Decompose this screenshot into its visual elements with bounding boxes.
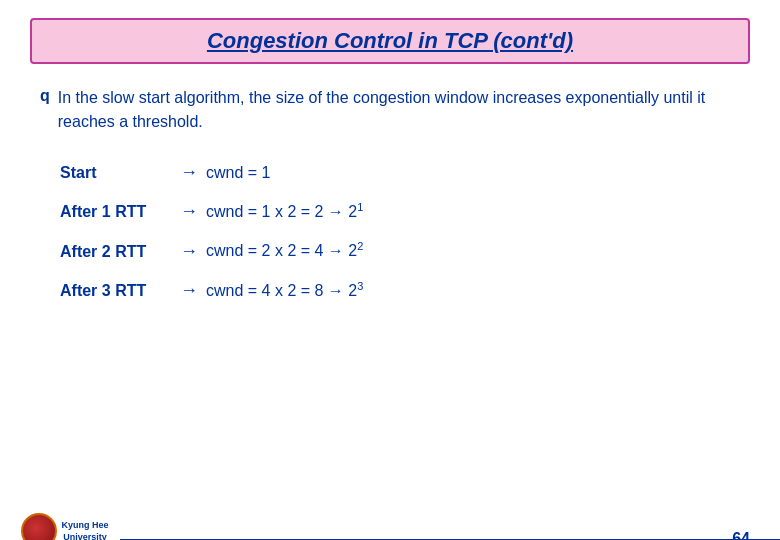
row-value-rtt2: cwnd = 2 x 2 = 4 → 22: [206, 240, 363, 260]
table-row: After 2 RTT → cwnd = 2 x 2 = 4 → 22: [60, 240, 720, 261]
arrow-icon-rtt1: →: [180, 201, 198, 222]
title-bar: Congestion Control in TCP (cont'd): [30, 18, 750, 64]
row-value-rtt3: cwnd = 4 x 2 = 8 → 23: [206, 280, 363, 300]
university-name-line2: University: [61, 532, 108, 540]
content-area: q In the slow start algorithm, the size …: [0, 64, 780, 301]
arrow-icon-rtt3: →: [180, 280, 198, 301]
table-row: Start → cwnd = 1: [60, 162, 720, 183]
table-area: Start → cwnd = 1 After 1 RTT → cwnd = 1 …: [40, 162, 740, 301]
table-row: After 3 RTT → cwnd = 4 x 2 = 8 → 23: [60, 280, 720, 301]
university-logo: Kyung Hee University: [0, 513, 120, 540]
row-label-rtt3: After 3 RTT: [60, 282, 180, 300]
row-value-start: cwnd = 1: [206, 164, 270, 182]
row-label-rtt1: After 1 RTT: [60, 203, 180, 221]
university-name-line1: Kyung Hee: [61, 520, 108, 532]
row-label-start: Start: [60, 164, 180, 182]
table-row: After 1 RTT → cwnd = 1 x 2 = 2 → 21: [60, 201, 720, 222]
footer: Kyung Hee University: [0, 506, 780, 540]
page-number: 64: [732, 530, 750, 540]
logo-emblem: [21, 513, 57, 540]
slide: Congestion Control in TCP (cont'd) q In …: [0, 18, 780, 540]
bullet-text: In the slow start algorithm, the size of…: [58, 86, 740, 134]
slide-title: Congestion Control in TCP (cont'd): [207, 28, 573, 53]
footer-line-container: [120, 506, 780, 540]
row-value-rtt1: cwnd = 1 x 2 = 2 → 21: [206, 201, 363, 221]
bullet-point: q In the slow start algorithm, the size …: [40, 86, 740, 134]
arrow-icon-rtt2: →: [180, 241, 198, 262]
arrow-icon-start: →: [180, 162, 198, 183]
bullet-marker: q: [40, 87, 50, 105]
row-label-rtt2: After 2 RTT: [60, 243, 180, 261]
